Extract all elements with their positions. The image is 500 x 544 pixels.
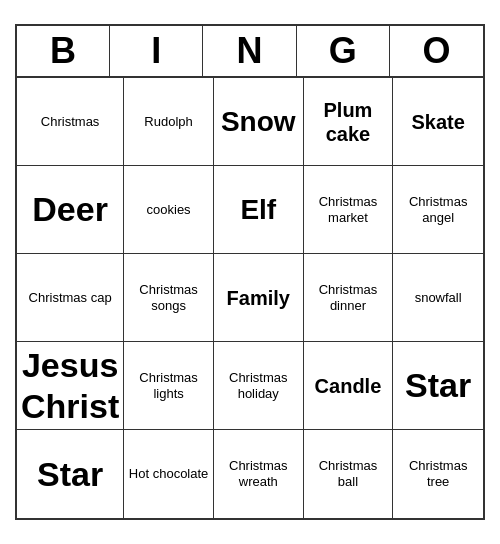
bingo-cell: Christmas wreath bbox=[214, 430, 304, 518]
cell-text: Family bbox=[227, 286, 290, 310]
bingo-cell: Christmas songs bbox=[124, 254, 214, 342]
cell-text: Christmas lights bbox=[128, 370, 209, 401]
bingo-cell: Christmas dinner bbox=[304, 254, 394, 342]
bingo-cell: Deer bbox=[17, 166, 124, 254]
cell-text: Plum cake bbox=[308, 98, 389, 146]
bingo-cell: Christmas angel bbox=[393, 166, 483, 254]
cell-text: Hot chocolate bbox=[129, 466, 209, 482]
bingo-cell: Snow bbox=[214, 78, 304, 166]
bingo-cell: Candle bbox=[304, 342, 394, 430]
cell-text: Rudolph bbox=[144, 114, 192, 130]
bingo-cell: Christmas ball bbox=[304, 430, 394, 518]
bingo-cell: Christmas holiday bbox=[214, 342, 304, 430]
cell-text: Jesus Christ bbox=[21, 345, 119, 427]
cell-text: Christmas angel bbox=[397, 194, 479, 225]
bingo-header: BINGO bbox=[17, 26, 483, 78]
cell-text: Christmas songs bbox=[128, 282, 209, 313]
bingo-cell: Family bbox=[214, 254, 304, 342]
cell-text: Skate bbox=[411, 110, 464, 134]
cell-text: snowfall bbox=[415, 290, 462, 306]
bingo-cell: Jesus Christ bbox=[17, 342, 124, 430]
cell-text: Christmas wreath bbox=[218, 458, 299, 489]
cell-text: Christmas bbox=[41, 114, 100, 130]
bingo-card: BINGO ChristmasRudolphSnowPlum cakeSkate… bbox=[15, 24, 485, 520]
cell-text: cookies bbox=[147, 202, 191, 218]
bingo-cell: Star bbox=[393, 342, 483, 430]
header-letter: I bbox=[110, 26, 203, 76]
cell-text: Christmas tree bbox=[397, 458, 479, 489]
cell-text: Christmas ball bbox=[308, 458, 389, 489]
cell-text: Star bbox=[37, 454, 103, 495]
cell-text: Christmas cap bbox=[29, 290, 112, 306]
header-letter: B bbox=[17, 26, 110, 76]
cell-text: Christmas dinner bbox=[308, 282, 389, 313]
bingo-cell: Christmas tree bbox=[393, 430, 483, 518]
bingo-cell: Christmas lights bbox=[124, 342, 214, 430]
bingo-cell: Plum cake bbox=[304, 78, 394, 166]
header-letter: N bbox=[203, 26, 296, 76]
bingo-cell: Elf bbox=[214, 166, 304, 254]
header-letter: G bbox=[297, 26, 390, 76]
bingo-cell: snowfall bbox=[393, 254, 483, 342]
cell-text: Snow bbox=[221, 105, 296, 139]
cell-text: Candle bbox=[315, 374, 382, 398]
bingo-cell: Star bbox=[17, 430, 124, 518]
bingo-cell: cookies bbox=[124, 166, 214, 254]
bingo-cell: Christmas bbox=[17, 78, 124, 166]
cell-text: Christmas holiday bbox=[218, 370, 299, 401]
bingo-grid: ChristmasRudolphSnowPlum cakeSkateDeerco… bbox=[17, 78, 483, 518]
bingo-cell: Rudolph bbox=[124, 78, 214, 166]
cell-text: Deer bbox=[32, 189, 108, 230]
cell-text: Christmas market bbox=[308, 194, 389, 225]
bingo-cell: Christmas cap bbox=[17, 254, 124, 342]
bingo-cell: Hot chocolate bbox=[124, 430, 214, 518]
cell-text: Elf bbox=[240, 193, 276, 227]
header-letter: O bbox=[390, 26, 483, 76]
bingo-cell: Skate bbox=[393, 78, 483, 166]
cell-text: Star bbox=[405, 365, 471, 406]
bingo-cell: Christmas market bbox=[304, 166, 394, 254]
